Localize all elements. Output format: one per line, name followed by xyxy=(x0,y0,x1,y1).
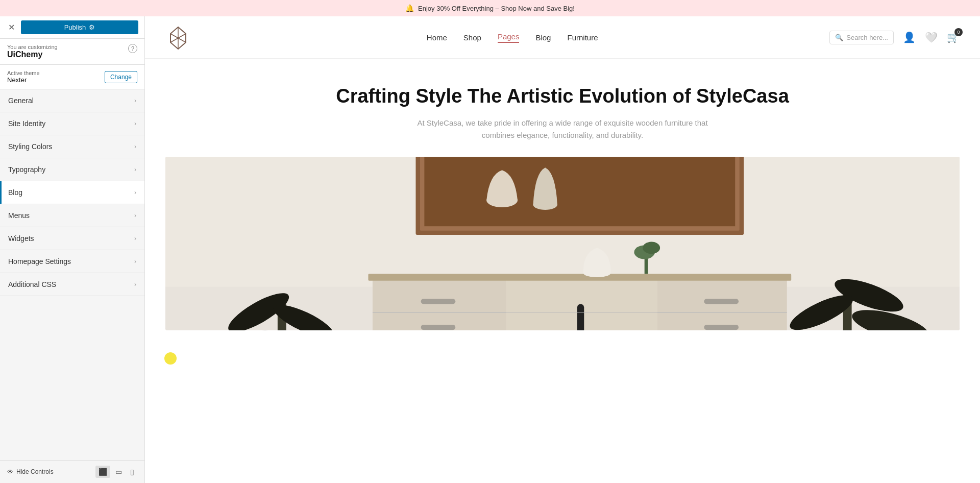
active-theme-label: Active theme xyxy=(7,70,40,76)
nav-item-shop[interactable]: Shop xyxy=(463,33,481,42)
publish-label: Publish xyxy=(64,23,86,31)
sidebar-item-label: Additional CSS xyxy=(8,280,56,288)
theme-name: Nexter xyxy=(7,76,40,84)
close-button[interactable]: ✕ xyxy=(6,20,17,34)
sidebar-item-label: Menus xyxy=(8,211,30,220)
svg-rect-32 xyxy=(577,304,584,330)
chevron-right-icon: › xyxy=(134,120,136,127)
svg-rect-38 xyxy=(704,299,739,304)
svg-rect-34 xyxy=(657,278,787,330)
svg-rect-39 xyxy=(704,324,739,329)
wishlist-icon[interactable]: 🤍 xyxy=(925,31,938,43)
sidebar-item-additional-css[interactable]: Additional CSS› xyxy=(0,273,144,296)
nav-item-home[interactable]: Home xyxy=(427,33,447,42)
sidebar-bottom: 👁 Hide Controls ⬛ ▭ ▯ xyxy=(0,460,144,483)
site-header: HomeShopPagesBlogFurniture 🔍 Search here… xyxy=(145,16,980,59)
sidebar-nav: General›Site Identity›Styling Colors›Typ… xyxy=(0,89,144,460)
hero-title: Crafting Style The Artistic Evolution of… xyxy=(155,84,970,109)
customizer-sidebar: ✕ Publish ⚙ You are customizing UiChemy … xyxy=(0,16,145,483)
svg-point-49 xyxy=(643,242,660,254)
nav-item-pages[interactable]: Pages xyxy=(498,32,520,43)
search-box[interactable]: 🔍 Search here... xyxy=(829,31,894,44)
sidebar-item-label: Typography xyxy=(8,165,45,174)
hide-controls-label: Hide Controls xyxy=(16,468,54,475)
sidebar-item-homepage-settings[interactable]: Homepage Settings› xyxy=(0,250,144,273)
tablet-view-button[interactable]: ▭ xyxy=(112,466,125,478)
chevron-right-icon: › xyxy=(134,281,136,288)
site-name: UiChemy xyxy=(7,50,58,59)
bell-icon: 🔔 xyxy=(405,4,414,12)
help-icon[interactable]: ? xyxy=(128,44,137,53)
mobile-icon: ▯ xyxy=(130,468,134,476)
site-nav: HomeShopPagesBlogFurniture xyxy=(427,32,598,43)
logo-area xyxy=(165,25,195,50)
announcement-text: Enjoy 30% Off Everything – Shop Now and … xyxy=(418,5,575,12)
sidebar-header: ✕ Publish ⚙ xyxy=(0,16,144,39)
sidebar-item-label: Homepage Settings xyxy=(8,257,71,265)
chevron-right-icon: › xyxy=(134,143,136,150)
sidebar-item-general[interactable]: General› xyxy=(0,89,144,112)
chevron-right-icon: › xyxy=(134,235,136,242)
cart-count: 0 xyxy=(954,28,963,36)
sidebar-item-site-identity[interactable]: Site Identity› xyxy=(0,112,144,135)
eye-icon: 👁 xyxy=(7,468,13,475)
preview-area: HomeShopPagesBlogFurniture 🔍 Search here… xyxy=(145,16,980,483)
sidebar-item-label: General xyxy=(8,96,34,105)
publish-button[interactable]: Publish ⚙ xyxy=(21,20,138,34)
chevron-right-icon: › xyxy=(134,97,136,104)
tablet-icon: ▭ xyxy=(115,468,122,476)
sidebar-item-menus[interactable]: Menus› xyxy=(0,204,144,227)
sidebar-item-label: Styling Colors xyxy=(8,142,52,151)
chevron-right-icon: › xyxy=(134,212,136,219)
change-theme-button[interactable]: Change xyxy=(105,71,137,83)
search-icon: 🔍 xyxy=(835,34,843,41)
chevron-right-icon: › xyxy=(134,166,136,173)
mobile-view-button[interactable]: ▯ xyxy=(127,466,137,478)
hero-image xyxy=(165,157,960,330)
hero-subtitle: At StyleCasa, we take pride in offering … xyxy=(155,117,970,141)
sidebar-item-typography[interactable]: Typography› xyxy=(0,158,144,181)
chevron-right-icon: › xyxy=(134,258,136,265)
view-buttons: ⬛ ▭ ▯ xyxy=(95,466,137,478)
svg-rect-41 xyxy=(368,274,791,281)
svg-rect-26 xyxy=(421,324,456,329)
user-icon[interactable]: 👤 xyxy=(903,31,916,43)
svg-rect-25 xyxy=(421,299,456,304)
nav-item-blog[interactable]: Blog xyxy=(535,33,551,42)
svg-rect-8 xyxy=(424,157,735,226)
nav-item-furniture[interactable]: Furniture xyxy=(567,33,598,42)
svg-rect-47 xyxy=(645,256,648,274)
hero-section: Crafting Style The Artistic Evolution of… xyxy=(145,59,980,157)
sidebar-item-label: Widgets xyxy=(8,234,34,243)
logo-icon xyxy=(165,25,191,50)
sidebar-item-label: Site Identity xyxy=(8,119,45,128)
sidebar-item-label: Blog xyxy=(8,188,22,197)
sidebar-item-widgets[interactable]: Widgets› xyxy=(0,227,144,250)
sidebar-item-styling-colors[interactable]: Styling Colors› xyxy=(0,135,144,158)
svg-rect-24 xyxy=(373,278,506,330)
publish-gear-icon: ⚙ xyxy=(89,23,95,31)
customizing-info: You are customizing UiChemy ? xyxy=(0,39,144,65)
header-actions: 🔍 Search here... 👤 🤍 🛒 0 xyxy=(829,31,960,44)
desktop-icon: ⬛ xyxy=(99,468,107,476)
sidebar-item-blog[interactable]: Blog› xyxy=(0,181,144,204)
announcement-bar: 🔔 Enjoy 30% Off Everything – Shop Now an… xyxy=(0,0,980,16)
desktop-view-button[interactable]: ⬛ xyxy=(95,466,110,478)
cart-area[interactable]: 🛒 0 xyxy=(947,31,960,43)
chevron-right-icon: › xyxy=(134,189,136,196)
customizing-label: You are customizing xyxy=(7,44,58,50)
search-placeholder: Search here... xyxy=(846,34,888,41)
active-theme: Active theme Nexter Change xyxy=(0,65,144,89)
hide-controls-button[interactable]: 👁 Hide Controls xyxy=(7,468,54,475)
